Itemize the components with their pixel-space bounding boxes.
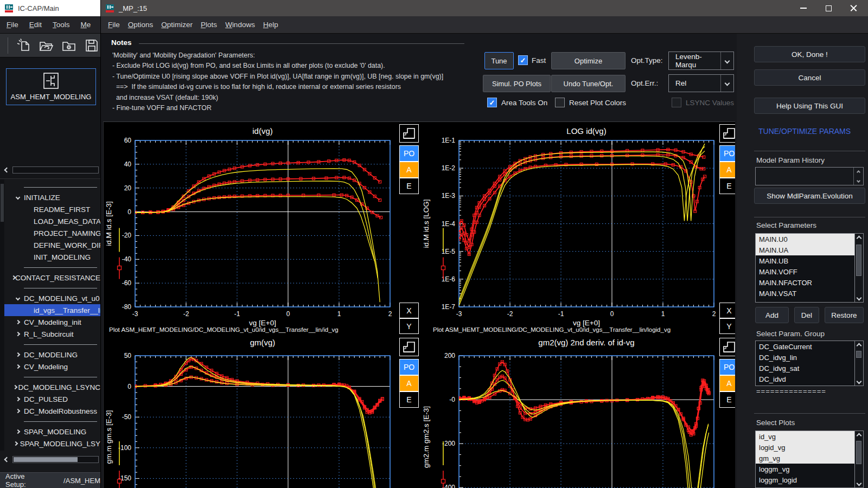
param-history-combo[interactable] [755, 167, 864, 185]
opt-err-dropdown[interactable]: Rel [668, 74, 734, 92]
list-item-main.voff[interactable]: MAIN.VOFF [756, 266, 854, 277]
undo-tune-opt-button[interactable]: Undo Tune/Opt. [551, 75, 626, 92]
spinner[interactable] [853, 168, 863, 185]
folder-settings-icon[interactable] [61, 37, 78, 54]
menu-item-options[interactable]: Options [128, 21, 154, 29]
tree-item-id_vgs__transfer__lin[interactable]: id_vgs__Transfer__lin [0, 304, 100, 316]
tree-item-spar_modeling_lsy[interactable]: SPAR_MODELING_LSY [0, 438, 100, 450]
vertical-scrollbar[interactable] [854, 234, 863, 302]
menu-item-me[interactable]: Me [81, 21, 91, 29]
parameters-listbox[interactable]: MAIN.U0MAIN.UAMAIN.UBMAIN.VOFFMAIN.NFACT… [755, 233, 864, 303]
cancel-button[interactable]: Cancel [754, 69, 865, 86]
list-item-logid_vg[interactable]: logid_vg [756, 442, 854, 453]
tree-item-dc_modeling[interactable]: DC_MODELING [0, 349, 100, 361]
tree-item-dc_pulsed[interactable]: DC_PULSED [0, 393, 100, 405]
new-file-icon[interactable] [15, 37, 32, 54]
chart-gm-vg-[interactable]: -3-2-1012500-50-100-150gm(vg)vg [E+0]gm.… [104, 337, 421, 488]
list-item-dc_idvd[interactable]: DC_idvd [756, 374, 854, 384]
list-item-loggm_logid[interactable]: loggm_logid [756, 474, 854, 485]
fast-checkbox[interactable] [518, 55, 528, 65]
plot-zoom-icon[interactable] [719, 338, 735, 356]
tree-item-spar_modeling[interactable]: SPAR_MODELING [0, 426, 100, 438]
tree-item-cv_modeling_init[interactable]: CV_Modeling_init [0, 316, 100, 328]
del-button[interactable]: Del [794, 307, 819, 323]
x-axis-button[interactable]: X [719, 303, 735, 318]
menu-item-windows[interactable]: Windows [225, 21, 255, 29]
a-button[interactable]: A [399, 162, 419, 178]
horizontal-scrollbar[interactable] [12, 166, 99, 174]
menu-item-file[interactable]: File [108, 21, 120, 29]
x-axis-button[interactable]: X [399, 303, 419, 318]
area-tools-checkbox[interactable] [487, 98, 497, 107]
chevron-right-icon[interactable] [12, 430, 24, 433]
tree-item-load_meas_data[interactable]: LOAD_MEAS_DATA [0, 215, 100, 227]
po-button[interactable]: PO [399, 145, 419, 162]
chart-id-vg-[interactable]: -3-2-10126040200-20-40-60-80id(vg)vg [E+… [104, 122, 421, 337]
po-button[interactable]: PO [399, 359, 419, 375]
po-button[interactable]: PO [719, 359, 735, 375]
a-button[interactable]: A [719, 375, 735, 391]
menu-item-tools[interactable]: Tools [53, 21, 70, 29]
save-icon[interactable] [84, 37, 100, 54]
reset-plot-colors-checkbox[interactable] [555, 98, 565, 107]
param-group-listbox[interactable]: DC_GateCurrentDC_idvg_linDC_idvg_satDC_i… [755, 341, 864, 386]
a-button[interactable]: A [719, 162, 735, 178]
vertical-scrollbar[interactable] [854, 431, 863, 487]
scroll-left-icon[interactable] [2, 455, 11, 464]
minimize-icon[interactable] [791, 0, 816, 16]
opt-type-dropdown[interactable]: Levenb-Marqu [668, 52, 734, 70]
list-item-main.nfactor[interactable]: MAIN.NFACTOR [756, 277, 854, 288]
tree-vertical-scrollbar[interactable] [0, 179, 4, 451]
e-button[interactable]: E [399, 391, 419, 408]
open-folder-icon[interactable] [38, 37, 55, 54]
model-item-asm-hemt[interactable]: ASM_HEMT_MODELING [6, 68, 96, 105]
menu-item-file[interactable]: File [7, 21, 18, 29]
plot-zoom-icon[interactable] [399, 124, 419, 143]
list-item-dc_gatecurrent[interactable]: DC_GateCurrent [756, 341, 854, 352]
scroll-left-icon[interactable] [2, 165, 11, 174]
tree-item-initialize[interactable]: INITIALIZE [0, 191, 100, 203]
menu-item-optimizer[interactable]: Optimizer [161, 21, 193, 29]
tree-item-dc_modelrobustness[interactable]: DC_ModelRobustness [0, 405, 100, 417]
list-item-main.vsat[interactable]: MAIN.VSAT [756, 288, 854, 299]
chart-log-id-vg-[interactable]: -3-2-10121E-11E-21E-31E-41E-51E-61E-7LOG… [421, 122, 735, 337]
list-item-main.u0[interactable]: MAIN.U0 [756, 234, 854, 245]
vertical-scrollbar[interactable] [854, 341, 863, 386]
horizontal-scrollbar[interactable] [12, 456, 99, 463]
chevron-right-icon[interactable] [12, 386, 18, 389]
tree-item-define_work_dir[interactable]: DEFINE_WORK_DIR [0, 239, 100, 251]
toolbar-grip[interactable] [8, 37, 8, 54]
y-axis-button[interactable]: Y [399, 318, 419, 334]
maximize-icon[interactable] [816, 0, 841, 16]
e-button[interactable]: E [719, 178, 735, 194]
ok-done-button[interactable]: OK, Done ! [754, 46, 865, 62]
tree-item-readme_first[interactable]: README_FIRST [0, 203, 100, 215]
titlebar[interactable]: _MP_:15 [101, 0, 868, 16]
help-button[interactable]: Help Using This GUI [754, 98, 865, 114]
tree-item-cv_modeling[interactable]: CV_Modeling [0, 361, 100, 373]
chevron-right-icon[interactable] [12, 320, 24, 324]
list-item-dc_idvg_sat[interactable]: DC_idvg_sat [756, 363, 854, 374]
chevron-down-icon[interactable] [12, 196, 24, 199]
menu-item-edit[interactable]: Edit [29, 21, 42, 29]
list-item-dc_idvg_lin[interactable]: DC_idvg_lin [756, 352, 854, 363]
titlebar[interactable]: IC-CAP/Main [0, 0, 100, 16]
chevron-right-icon[interactable] [12, 332, 24, 336]
list-item-loggm_vg[interactable]: loggm_vg [756, 464, 854, 474]
plots-listbox[interactable]: id_vglogid_vggm_vgloggm_vgloggm_logid [755, 431, 864, 488]
tune-button[interactable]: Tune [484, 52, 514, 69]
list-item-main.ub[interactable]: MAIN.UB [756, 255, 854, 266]
chevron-right-icon[interactable] [12, 365, 24, 368]
list-item-main.ua[interactable]: MAIN.UA [756, 245, 854, 255]
tree-item-project_naming[interactable]: PROJECT_NAMING [0, 227, 100, 239]
a-button[interactable]: A [399, 375, 419, 391]
chevron-down-icon[interactable] [12, 297, 24, 300]
e-button[interactable]: E [399, 178, 419, 194]
chevron-right-icon[interactable] [12, 397, 24, 401]
y-axis-button[interactable]: Y [719, 318, 735, 334]
tree-item-r_l_subcircuit[interactable]: R_L_Subcircuit [0, 328, 100, 340]
chevron-right-icon[interactable] [12, 442, 20, 445]
tree-item-init_modeling[interactable]: INIT_MODELING [0, 251, 100, 263]
tree-item-contact_resistance[interactable]: CONTACT_RESISTANCE [0, 272, 100, 284]
close-icon[interactable] [841, 0, 866, 16]
